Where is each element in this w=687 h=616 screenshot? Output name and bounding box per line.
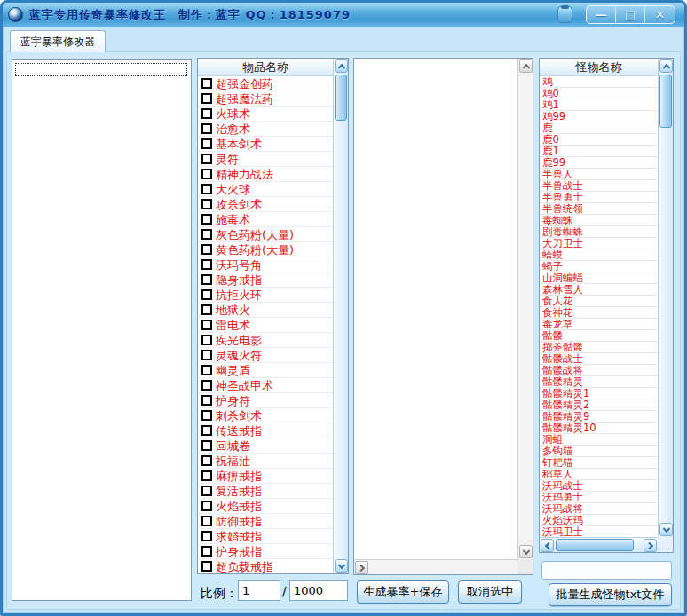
item-checkbox-icon[interactable] <box>201 546 212 557</box>
item-checkbox-icon[interactable] <box>201 169 212 179</box>
item-row[interactable]: 超负载戒指 <box>198 559 333 573</box>
item-row[interactable]: 沃玛号角 <box>198 257 333 272</box>
scroll-right-icon[interactable] <box>355 561 368 574</box>
item-row[interactable]: 护身符 <box>198 393 333 408</box>
item-row[interactable]: 隐身戒指 <box>198 272 333 288</box>
item-checkbox-icon[interactable] <box>201 531 212 541</box>
item-checkbox-icon[interactable] <box>201 561 212 572</box>
ratio-denominator-input[interactable] <box>289 580 348 601</box>
item-checkbox-icon[interactable] <box>201 304 212 315</box>
scroll-down-icon[interactable] <box>519 545 533 558</box>
item-checkbox-icon[interactable] <box>201 486 212 496</box>
item-checkbox-icon[interactable] <box>201 350 212 360</box>
item-checkbox-icon[interactable] <box>201 395 212 406</box>
item-checkbox-icon[interactable] <box>201 410 212 421</box>
item-checkbox-icon[interactable] <box>201 380 212 391</box>
scroll-up-icon[interactable] <box>335 59 348 73</box>
item-row[interactable]: 火球术 <box>198 107 333 122</box>
scroll-thumb[interactable] <box>556 539 634 551</box>
item-row[interactable]: 超强魔法药 <box>198 91 333 107</box>
maximize-button[interactable]: □ <box>616 6 645 23</box>
item-row[interactable]: 地狱火 <box>198 303 333 318</box>
item-checkbox-icon[interactable] <box>201 470 212 481</box>
scroll-up-icon[interactable] <box>659 59 673 73</box>
item-row[interactable]: 求婚戒指 <box>198 529 333 544</box>
item-row[interactable]: 大火球 <box>198 182 333 197</box>
item-row[interactable]: 抗拒火环 <box>198 288 333 303</box>
item-row[interactable]: 神圣战甲术 <box>198 378 333 393</box>
item-checkbox-icon[interactable] <box>201 214 212 225</box>
minimize-button[interactable]: — <box>587 6 616 23</box>
item-row[interactable]: 精神力战法 <box>198 167 333 182</box>
item-checkbox-icon[interactable] <box>201 138 212 149</box>
cancel-selection-button[interactable]: 取消选中 <box>458 580 522 604</box>
item-checkbox-icon[interactable] <box>201 274 212 285</box>
close-button[interactable]: ✕ <box>645 6 675 23</box>
scroll-left-icon[interactable] <box>541 539 554 552</box>
item-row[interactable]: 超强金创药 <box>198 76 333 91</box>
item-checkbox-icon[interactable] <box>201 199 212 209</box>
scroll-thumb[interactable] <box>659 75 672 128</box>
item-row[interactable]: 回城卷 <box>198 438 333 454</box>
item-row[interactable]: 灰色药粉(大量) <box>198 227 333 242</box>
item-checkbox-icon[interactable] <box>201 93 212 104</box>
item-row[interactable]: 幽灵盾 <box>198 363 333 378</box>
skin-theme-icon[interactable] <box>557 6 572 23</box>
item-row[interactable]: 施毒术 <box>198 212 333 227</box>
item-row[interactable]: 基本剑术 <box>198 137 333 152</box>
item-row[interactable]: 复活戒指 <box>198 484 333 499</box>
item-row[interactable]: 防御戒指 <box>198 514 333 529</box>
item-checkbox-icon[interactable] <box>201 244 212 255</box>
item-checkbox-icon[interactable] <box>201 154 212 164</box>
item-row[interactable]: 雷电术 <box>198 318 333 333</box>
item-row[interactable]: 灵魂火符 <box>198 348 333 363</box>
item-row[interactable]: 祝福油 <box>198 454 333 469</box>
item-vertical-scrollbar[interactable] <box>333 59 348 573</box>
scroll-thumb[interactable] <box>335 75 347 121</box>
mid-horizontal-scrollbar[interactable] <box>354 559 517 574</box>
monster-vertical-scrollbar[interactable] <box>658 59 673 537</box>
batch-generate-txt-button[interactable]: 批量生成怪物txt文件 <box>549 583 672 606</box>
ratio-numerator-input[interactable] <box>238 580 280 601</box>
item-checkbox-icon[interactable] <box>201 259 212 270</box>
window-title: 蓝宇专用传奇暴率修改王 制作：蓝宇 QQ：18159079 <box>29 7 351 23</box>
monster-output-field[interactable] <box>541 561 672 580</box>
item-row[interactable]: 黄色药粉(大量) <box>198 242 333 257</box>
item-row[interactable]: 传送戒指 <box>198 423 333 438</box>
selected-items-panel[interactable] <box>353 58 533 575</box>
item-row[interactable]: 火焰戒指 <box>198 499 333 514</box>
monster-horizontal-scrollbar[interactable] <box>540 537 658 552</box>
item-checkbox-icon[interactable] <box>201 78 212 89</box>
item-row[interactable]: 灵符 <box>198 152 333 167</box>
item-row[interactable]: 护身戒指 <box>198 544 333 559</box>
item-checkbox-icon[interactable] <box>201 440 212 451</box>
item-checkbox-icon[interactable] <box>201 455 212 466</box>
item-checkbox-icon[interactable] <box>201 108 212 119</box>
item-checkbox-icon[interactable] <box>201 289 212 300</box>
item-checkbox-icon[interactable] <box>201 501 212 511</box>
scroll-right-icon[interactable] <box>644 539 657 552</box>
selected-items-area[interactable] <box>354 59 517 559</box>
scroll-up-icon[interactable] <box>519 59 533 73</box>
item-row[interactable]: 麻痹戒指 <box>198 469 333 484</box>
item-checkbox-icon[interactable] <box>201 229 212 240</box>
item-checkbox-icon[interactable] <box>201 365 212 375</box>
scroll-down-icon[interactable] <box>659 523 673 536</box>
left-listbox[interactable] <box>12 59 192 601</box>
mid-vertical-scrollbar[interactable] <box>517 59 533 559</box>
tab-rate-modifier[interactable]: 蓝宇暴率修改器 <box>10 30 106 52</box>
generate-save-button[interactable]: 生成暴率+保存 <box>357 580 449 604</box>
item-checkbox-icon[interactable] <box>201 425 212 436</box>
scroll-down-icon[interactable] <box>335 559 348 573</box>
item-checkbox-icon[interactable] <box>201 516 212 526</box>
monster-row[interactable]: 鸡99 <box>540 111 658 122</box>
item-checkbox-icon[interactable] <box>201 320 212 330</box>
item-row[interactable]: 刺杀剑术 <box>198 408 333 423</box>
item-row[interactable]: 治愈术 <box>198 122 333 137</box>
item-checkbox-icon[interactable] <box>201 123 212 134</box>
monster-row[interactable]: 沃玛卫士 <box>540 526 658 537</box>
item-row[interactable]: 疾光电影 <box>198 333 333 348</box>
item-checkbox-icon[interactable] <box>201 184 212 194</box>
item-checkbox-icon[interactable] <box>201 335 212 345</box>
item-row[interactable]: 攻杀剑术 <box>198 197 333 212</box>
